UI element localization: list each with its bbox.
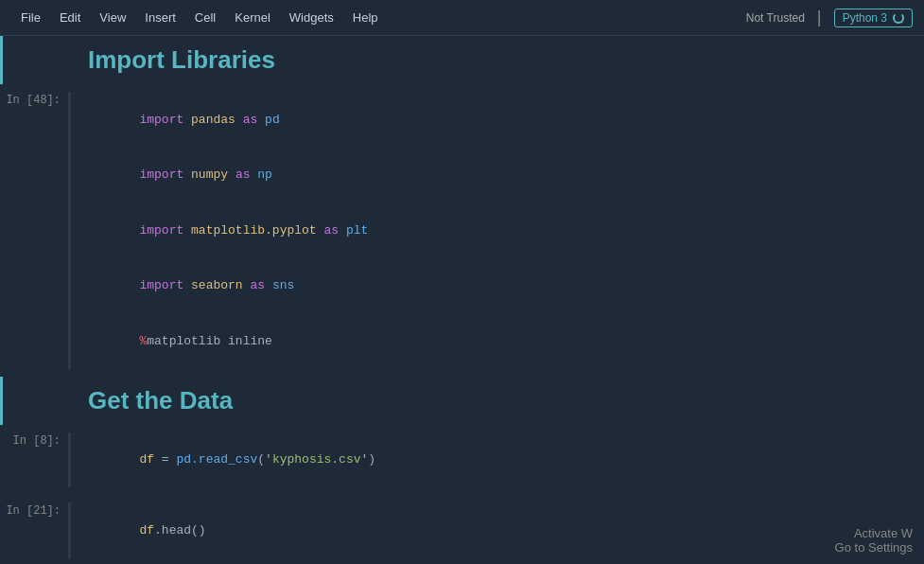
notebook: Import Libraries In [48]: import pandas … <box>0 36 924 564</box>
watermark-line1: Activate W <box>835 526 913 540</box>
menu-kernel[interactable]: Kernel <box>225 7 280 28</box>
cell-label-head: In [21]: <box>0 502 68 558</box>
menu-cell[interactable]: Cell <box>185 7 225 28</box>
code-line: import seaborn as sns <box>80 258 924 314</box>
kernel-badge[interactable]: Python 3 <box>834 9 913 27</box>
not-trusted-label: Not Trusted <box>746 11 805 25</box>
code-cell-imports: In [48]: import pandas as pd import nump… <box>0 84 924 377</box>
kernel-label: Python 3 <box>843 11 887 25</box>
menu-edit[interactable]: Edit <box>50 7 90 28</box>
code-cell-head: In [21]: df.head() <box>0 495 924 564</box>
code-line: df = pd.read_csv('kyphosis.csv') <box>80 432 924 488</box>
cell-content-readcsv[interactable]: df = pd.read_csv('kyphosis.csv') <box>68 432 924 488</box>
menubar: File Edit View Insert Cell Kernel Widget… <box>0 0 924 36</box>
code-cell-readcsv: In [8]: df = pd.read_csv('kyphosis.csv') <box>0 425 924 496</box>
markdown-cell-getdata: Get the Data <box>0 377 924 425</box>
keyword: import <box>139 113 183 127</box>
menu-widgets[interactable]: Widgets <box>280 7 343 28</box>
code-line: import numpy as np <box>80 148 924 203</box>
heading-get-the-data: Get the Data <box>78 386 924 415</box>
code-line: df.head() <box>80 502 924 558</box>
heading-import-libraries: Import Libraries <box>78 45 924 75</box>
menubar-right: Not Trusted | Python 3 <box>746 9 913 27</box>
markdown-cell-import: Import Libraries <box>0 36 924 84</box>
watermark-line2: Go to Settings <box>835 540 913 555</box>
menu-help[interactable]: Help <box>343 7 388 28</box>
kernel-status-icon <box>893 12 904 24</box>
cell-content-imports[interactable]: import pandas as pd import numpy as np i… <box>68 92 924 369</box>
cell-label-readcsv: In [8]: <box>0 432 68 488</box>
menu-file[interactable]: File <box>11 7 50 28</box>
menu-insert[interactable]: Insert <box>135 7 185 28</box>
code-line: import matplotlib.pyplot as plt <box>80 203 924 258</box>
code-line: import pandas as pd <box>80 92 924 148</box>
menu-view[interactable]: View <box>90 7 135 28</box>
activate-watermark: Activate W Go to Settings <box>835 526 913 555</box>
code-line: %matplotlib inline <box>80 313 924 369</box>
cell-content-head[interactable]: df.head() <box>68 502 924 558</box>
cell-label-imports: In [48]: <box>0 92 68 369</box>
